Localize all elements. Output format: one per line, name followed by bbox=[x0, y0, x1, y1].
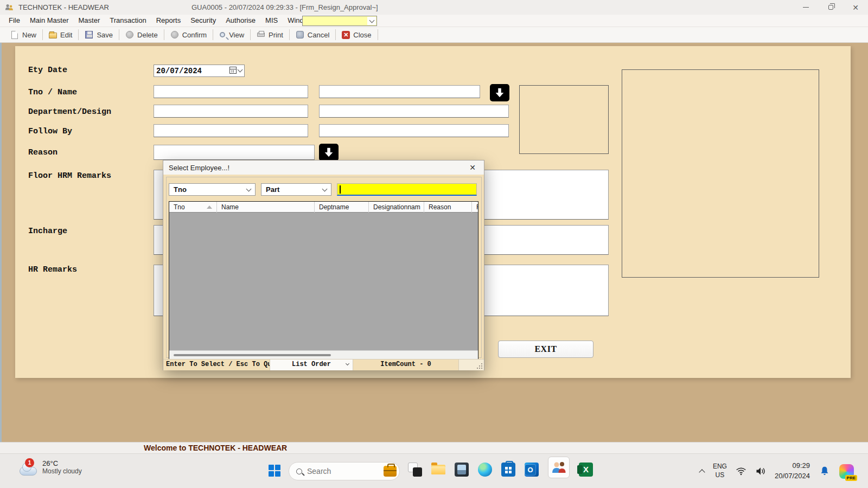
outlook-button[interactable] bbox=[525, 463, 539, 477]
notification-bell-icon[interactable] bbox=[819, 465, 831, 477]
dialog-statusbar: Enter To Select / Esc To Quit List Order… bbox=[163, 359, 484, 370]
sort-ascending-icon bbox=[207, 206, 212, 209]
taskbar-icons bbox=[408, 460, 593, 478]
windows-logo-icon bbox=[275, 465, 280, 470]
list-order-label: List Order bbox=[292, 361, 331, 368]
department-label: Department/Design bbox=[28, 107, 111, 117]
designation-input[interactable] bbox=[319, 105, 509, 118]
menu-authorise[interactable]: Authorise bbox=[221, 15, 260, 27]
tno-input[interactable] bbox=[154, 85, 308, 98]
dialog-close-button[interactable]: ✕ bbox=[461, 160, 484, 175]
minimize-icon bbox=[803, 7, 809, 8]
file-explorer-button[interactable] bbox=[431, 463, 445, 477]
exit-button[interactable]: EXIT bbox=[498, 341, 593, 358]
cloud-icon: 1 bbox=[18, 464, 37, 476]
employee-name-input[interactable] bbox=[319, 85, 480, 98]
column-designation[interactable]: Designationnam bbox=[369, 202, 424, 213]
menu-file[interactable]: File bbox=[4, 15, 25, 27]
copilot-pre-badge: PRE bbox=[845, 475, 857, 481]
edit-label: Edit bbox=[60, 31, 72, 39]
follow-by-name-input[interactable] bbox=[319, 124, 509, 137]
employee-search-input[interactable] bbox=[337, 183, 477, 196]
save-button[interactable]: Save bbox=[79, 28, 119, 41]
wifi-icon[interactable] bbox=[736, 466, 746, 477]
grid-horizontal-scrollbar[interactable] bbox=[169, 350, 478, 359]
employee-photo-box bbox=[519, 85, 609, 154]
time: 09:29 bbox=[775, 461, 810, 471]
column-tno[interactable]: Tno bbox=[169, 202, 217, 213]
new-doc-icon bbox=[11, 31, 18, 39]
toolbar: New Edit Save Delete Confirm View Print … bbox=[0, 27, 868, 43]
menu-mis[interactable]: MIS bbox=[260, 15, 283, 27]
list-order-combo[interactable]: List Order bbox=[270, 359, 353, 370]
weather-condition: Mostly cloudy bbox=[42, 467, 82, 475]
resize-grip[interactable] bbox=[481, 368, 482, 369]
taskbar-search[interactable] bbox=[289, 462, 400, 480]
search-by-combo[interactable]: Tno bbox=[169, 183, 256, 196]
view-button[interactable]: View bbox=[213, 28, 250, 41]
task-view-icon-front bbox=[413, 467, 422, 477]
employee-lookup-button[interactable] bbox=[490, 84, 509, 101]
edit-button[interactable]: Edit bbox=[43, 28, 78, 41]
select-employee-dialog: Select Employee...! ✕ Tno Part Tno Name … bbox=[163, 160, 484, 370]
restore-icon bbox=[828, 5, 833, 10]
microsoft-store-button[interactable] bbox=[501, 463, 515, 477]
menu-master[interactable]: Master bbox=[73, 15, 105, 27]
print-icon bbox=[257, 33, 265, 37]
cancel-button[interactable]: Cancel bbox=[290, 28, 335, 41]
system-tray: ENG US 09:29 20/07/2024 PR bbox=[700, 454, 854, 488]
language-switcher[interactable]: ENG US bbox=[713, 463, 727, 479]
text-caret bbox=[340, 185, 341, 194]
minimize-button[interactable] bbox=[793, 0, 818, 15]
clock[interactable]: 09:29 20/07/2024 bbox=[775, 461, 810, 481]
tray-chevron-up-icon[interactable] bbox=[699, 469, 705, 475]
dialog-titlebar[interactable]: Select Employee...! ✕ bbox=[163, 160, 484, 175]
weather-widget[interactable]: 1 26°C Mostly cloudy bbox=[18, 458, 82, 476]
reason-input[interactable] bbox=[154, 145, 315, 160]
photos-button[interactable] bbox=[455, 463, 469, 477]
app-people-icon bbox=[5, 3, 14, 11]
grid-body-empty[interactable] bbox=[169, 213, 478, 350]
close-form-button[interactable]: ✕Close bbox=[336, 28, 377, 41]
quick-search-combo[interactable] bbox=[302, 16, 377, 26]
column-name[interactable]: Name bbox=[217, 202, 315, 213]
restore-button[interactable] bbox=[818, 0, 843, 15]
copilot-button[interactable]: PRE bbox=[839, 464, 854, 479]
delete-button[interactable]: Delete bbox=[119, 28, 164, 41]
chevron-down-icon bbox=[238, 67, 243, 72]
menu-main-master[interactable]: Main Master bbox=[25, 15, 74, 27]
technotek-app-button-active[interactable] bbox=[548, 457, 570, 478]
confirm-button[interactable]: Confirm bbox=[164, 28, 213, 41]
department-input[interactable] bbox=[154, 105, 308, 118]
date-picker-controls[interactable] bbox=[229, 67, 242, 74]
follow-by-label: Follow By bbox=[28, 127, 72, 136]
volume-icon[interactable] bbox=[755, 466, 766, 477]
column-deptname[interactable]: Deptname bbox=[315, 202, 369, 213]
search-input[interactable] bbox=[307, 467, 371, 476]
column-partial[interactable]: F bbox=[472, 202, 478, 213]
excel-button[interactable] bbox=[579, 463, 593, 477]
menu-reports[interactable]: Reports bbox=[151, 15, 186, 27]
employee-grid[interactable]: Tno Name Deptname Designationnam Reason … bbox=[169, 201, 478, 359]
follow-by-input[interactable] bbox=[154, 124, 308, 137]
item-count: ItemCount - 0 bbox=[353, 359, 459, 370]
match-mode-combo[interactable]: Part bbox=[261, 183, 331, 196]
close-button[interactable]: ✕ bbox=[843, 0, 868, 15]
reason-lookup-button[interactable] bbox=[319, 144, 339, 161]
new-button[interactable]: New bbox=[4, 28, 42, 41]
start-button[interactable] bbox=[269, 465, 280, 477]
combo-dropdown-button[interactable] bbox=[367, 17, 376, 25]
side-panel-box bbox=[622, 69, 819, 278]
view-label: View bbox=[229, 31, 244, 39]
edge-browser-button[interactable] bbox=[478, 463, 492, 477]
menu-transaction[interactable]: Transaction bbox=[105, 15, 151, 27]
taskbar: 1 26°C Mostly cloudy bbox=[0, 453, 868, 488]
search-by-value: Tno bbox=[174, 185, 187, 194]
menu-security[interactable]: Security bbox=[186, 15, 221, 27]
scrollbar-thumb[interactable] bbox=[174, 354, 331, 356]
calendar-icon bbox=[229, 67, 237, 74]
task-view-button[interactable] bbox=[408, 463, 422, 477]
titlebar: TECHNOTEK - HEADWEAR GUA0005 - 20/07/202… bbox=[0, 0, 868, 15]
column-reason[interactable]: Reason bbox=[424, 202, 472, 213]
print-button[interactable]: Print bbox=[251, 28, 289, 41]
